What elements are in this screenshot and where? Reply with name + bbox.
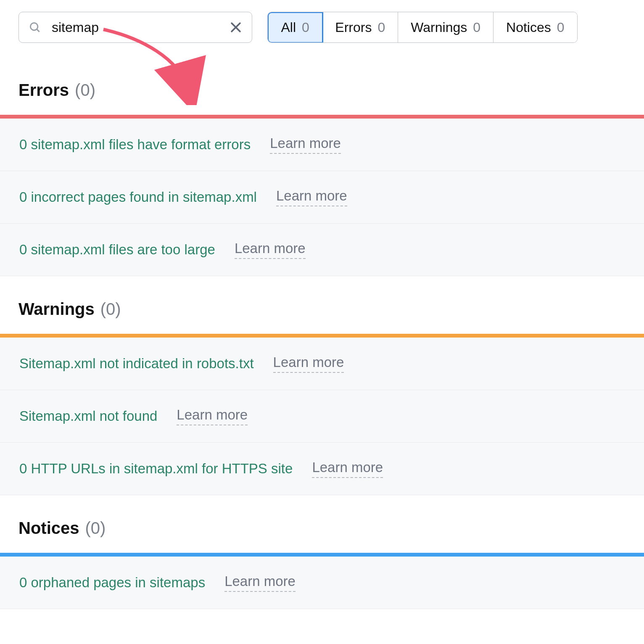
section-title: Notices xyxy=(18,519,79,538)
section-count: (0) xyxy=(75,81,95,100)
filter-count: 0 xyxy=(473,20,480,35)
issues-warnings: Sitemap.xml not indicated in robots.txt … xyxy=(0,338,644,495)
issue-row[interactable]: Sitemap.xml not indicated in robots.txt … xyxy=(0,338,644,390)
issue-row[interactable]: Sitemap.xml not found Learn more xyxy=(0,390,644,443)
learn-more-link[interactable]: Learn more xyxy=(273,354,344,373)
section-count: (0) xyxy=(85,519,106,538)
learn-more-link[interactable]: Learn more xyxy=(177,407,248,425)
issue-row[interactable]: 0 orphaned pages in sitemaps Learn more xyxy=(0,557,644,609)
filter-tab-errors[interactable]: Errors 0 xyxy=(322,12,398,42)
section-title: Errors xyxy=(18,81,69,100)
issue-text: Sitemap.xml not indicated in robots.txt xyxy=(19,356,254,372)
issues-errors: 0 sitemap.xml files have format errors L… xyxy=(0,119,644,276)
filter-tab-warnings[interactable]: Warnings 0 xyxy=(398,12,494,42)
issue-text: 0 orphaned pages in sitemaps xyxy=(19,575,205,591)
filter-count: 0 xyxy=(377,20,385,35)
learn-more-link[interactable]: Learn more xyxy=(276,188,347,206)
issue-row[interactable]: 0 sitemap.xml files are too large Learn … xyxy=(0,224,644,276)
learn-more-link[interactable]: Learn more xyxy=(312,459,383,478)
issue-row[interactable]: 0 sitemap.xml files have format errors L… xyxy=(0,119,644,171)
learn-more-link[interactable]: Learn more xyxy=(235,240,306,259)
issues-notices: 0 orphaned pages in sitemaps Learn more xyxy=(0,557,644,609)
issue-row[interactable]: 0 HTTP URLs in sitemap.xml for HTTPS sit… xyxy=(0,443,644,495)
section-title: Warnings xyxy=(18,300,95,319)
section-header-errors: Errors (0) xyxy=(0,43,644,115)
filter-count: 0 xyxy=(557,20,565,35)
learn-more-link[interactable]: Learn more xyxy=(224,573,296,592)
issue-text: 0 sitemap.xml files are too large xyxy=(19,242,215,258)
search-box[interactable] xyxy=(18,12,252,43)
filter-count: 0 xyxy=(302,20,309,35)
section-header-warnings: Warnings (0) xyxy=(0,276,644,334)
filter-label: Errors xyxy=(335,20,372,35)
search-input[interactable] xyxy=(18,12,252,43)
section-header-notices: Notices (0) xyxy=(0,495,644,553)
close-icon[interactable] xyxy=(229,20,243,34)
issue-text: Sitemap.xml not found xyxy=(19,408,157,424)
divider-notices xyxy=(0,553,644,557)
filter-tabs: All 0 Errors 0 Warnings 0 Notices 0 xyxy=(267,12,578,43)
filter-tab-notices[interactable]: Notices 0 xyxy=(494,12,577,42)
issue-row[interactable]: 0 incorrect pages found in sitemap.xml L… xyxy=(0,171,644,224)
section-count: (0) xyxy=(100,300,121,319)
filter-label: All xyxy=(281,20,296,35)
filter-tab-all[interactable]: All 0 xyxy=(267,12,323,43)
filter-label: Notices xyxy=(506,20,551,35)
issue-text: 0 sitemap.xml files have format errors xyxy=(19,137,251,153)
filter-label: Warnings xyxy=(411,20,467,35)
issue-text: 0 incorrect pages found in sitemap.xml xyxy=(19,189,257,205)
learn-more-link[interactable]: Learn more xyxy=(270,135,341,154)
issue-text: 0 HTTP URLs in sitemap.xml for HTTPS sit… xyxy=(19,461,293,477)
divider-errors xyxy=(0,115,644,119)
divider-warnings xyxy=(0,334,644,338)
